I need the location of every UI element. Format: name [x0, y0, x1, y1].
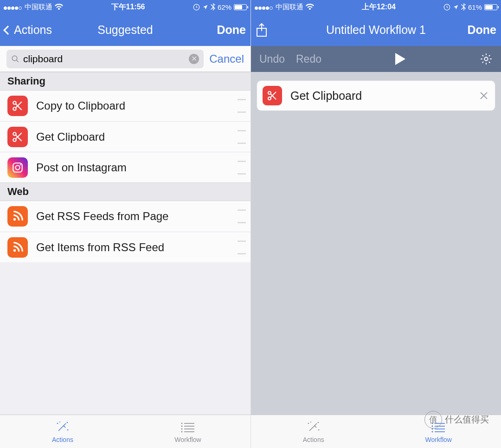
drag-handle-icon[interactable]	[238, 240, 246, 254]
scissors-icon	[263, 86, 282, 105]
svg-point-13	[20, 164, 21, 165]
svg-point-15	[13, 249, 16, 251]
svg-point-29	[181, 431, 183, 432]
rotation-lock-icon	[193, 4, 200, 11]
bluetooth-icon	[461, 3, 466, 11]
status-bar: 中国联通 下午11:56 62%	[0, 0, 250, 14]
workflow-canvas[interactable]: Get Clipboard	[251, 72, 501, 415]
tab-workflow[interactable]: Workflow	[125, 415, 250, 448]
drag-handle-icon[interactable]	[238, 99, 246, 113]
svg-point-34	[484, 57, 488, 60]
action-post-instagram[interactable]: Post on Instagram	[0, 152, 250, 182]
svg-point-20	[67, 422, 68, 423]
bluetooth-icon	[211, 3, 215, 11]
scissors-icon	[7, 127, 28, 147]
svg-point-44	[310, 421, 311, 422]
svg-point-36	[268, 97, 271, 100]
svg-line-2	[16, 60, 19, 62]
scissors-icon	[7, 96, 28, 116]
signal-dots	[4, 3, 22, 11]
drag-handle-icon[interactable]	[238, 209, 246, 223]
editor-toolbar: Undo Redo	[251, 46, 501, 72]
remove-step-button[interactable]	[479, 91, 488, 100]
tab-label: Workflow	[174, 436, 201, 443]
battery-text: 61%	[468, 3, 482, 11]
svg-point-3	[13, 101, 16, 104]
svg-line-40	[315, 426, 316, 428]
battery-text: 62%	[218, 3, 231, 11]
drag-handle-icon[interactable]	[238, 130, 246, 144]
done-button[interactable]: Done	[468, 23, 497, 37]
svg-point-28	[181, 428, 183, 429]
location-icon	[453, 4, 459, 10]
svg-point-49	[432, 422, 433, 424]
section-header-web: Web	[0, 182, 250, 201]
nav-bar: Untitled Workflow 1 Done	[251, 14, 501, 46]
action-label: Get Clipboard	[36, 130, 238, 143]
done-button[interactable]: Done	[217, 23, 246, 37]
settings-button[interactable]	[480, 52, 493, 65]
rss-icon	[7, 237, 28, 258]
tab-actions[interactable]: Actions	[251, 415, 376, 448]
search-input[interactable]	[23, 53, 185, 65]
carrier-label: 中国联通	[276, 3, 303, 12]
nav-bar: Actions Suggested Done	[0, 14, 250, 46]
svg-point-51	[432, 428, 433, 429]
action-label: Copy to Clipboard	[36, 99, 238, 112]
clock: 下午11:56	[111, 2, 145, 12]
signal-dots	[255, 3, 273, 11]
chevron-left-icon	[3, 26, 13, 35]
svg-point-43	[317, 422, 319, 423]
list-icon	[180, 420, 195, 434]
search-bar: ✕ Cancel	[0, 46, 250, 72]
play-icon	[394, 52, 406, 66]
list-icon	[431, 420, 446, 434]
svg-point-1	[12, 56, 17, 61]
svg-point-42	[318, 429, 319, 430]
svg-point-7	[13, 132, 16, 136]
wifi-icon	[306, 4, 314, 10]
svg-point-18	[57, 422, 58, 424]
action-label: Get RSS Feeds from Page	[36, 210, 238, 223]
action-get-clipboard[interactable]: Get Clipboard	[0, 121, 250, 152]
svg-point-8	[13, 138, 16, 142]
svg-point-21	[59, 421, 60, 422]
tab-actions[interactable]: Actions	[0, 415, 125, 448]
action-rss-items[interactable]: Get Items from RSS Feed	[0, 232, 250, 262]
wand-icon	[306, 420, 321, 434]
drag-handle-icon[interactable]	[238, 161, 246, 175]
clear-button[interactable]: ✕	[189, 54, 199, 64]
svg-point-41	[308, 422, 309, 424]
share-button[interactable]	[256, 23, 268, 38]
clock: 上午12:04	[362, 2, 396, 12]
workflow-step-get-clipboard[interactable]: Get Clipboard	[257, 80, 495, 111]
play-button[interactable]	[394, 52, 406, 66]
cancel-button[interactable]: Cancel	[209, 52, 244, 65]
undo-button[interactable]: Undo	[259, 53, 285, 65]
svg-marker-33	[395, 53, 405, 65]
action-copy-to-clipboard[interactable]: Copy to Clipboard	[0, 91, 250, 121]
action-label: Post on Instagram	[36, 161, 238, 174]
page-title: Untitled Workflow 1	[311, 23, 441, 37]
svg-point-35	[268, 91, 271, 94]
content-area: Sharing Copy to Clipboard Get Clipboard	[0, 72, 250, 415]
action-rss-from-page[interactable]: Get RSS Feeds from Page	[0, 201, 250, 232]
tab-bar: Actions Workflow	[251, 415, 501, 448]
tab-label: Actions	[52, 436, 73, 443]
search-field[interactable]: ✕	[6, 50, 204, 68]
battery-icon	[484, 4, 497, 10]
carrier-label: 中国联通	[25, 3, 52, 12]
svg-point-19	[67, 429, 69, 430]
instagram-icon	[7, 157, 28, 178]
rotation-lock-icon	[443, 4, 450, 11]
location-icon	[202, 4, 208, 10]
back-button[interactable]: Actions	[5, 23, 52, 37]
screen-left: 中国联通 下午11:56 62% Actions Suggested Done	[0, 0, 250, 448]
search-icon	[11, 55, 19, 63]
wand-icon	[55, 420, 71, 434]
svg-point-50	[432, 425, 433, 427]
redo-button[interactable]: Redo	[296, 53, 321, 65]
tab-workflow[interactable]: Workflow	[376, 415, 501, 448]
screen-right: 中国联通 上午12:04 61% Untitled Workflow 1 Don…	[250, 0, 501, 448]
step-label: Get Clipboard	[290, 89, 471, 103]
